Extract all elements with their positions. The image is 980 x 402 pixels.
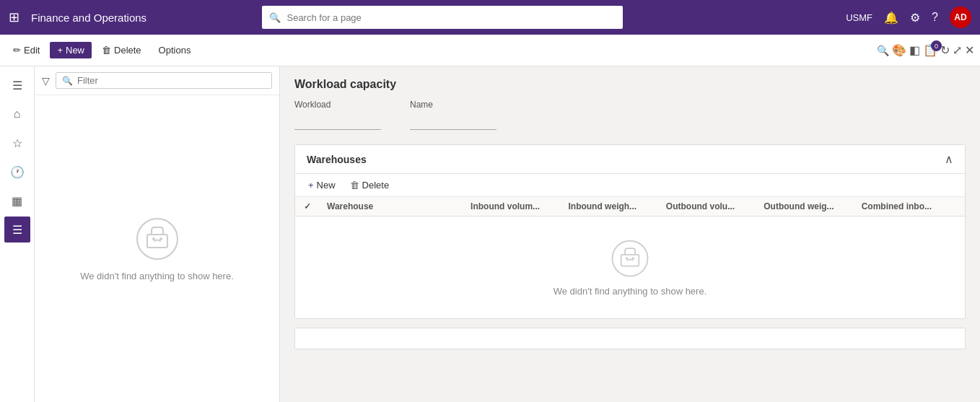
check-icon: ✓ — [304, 201, 311, 211]
left-panel-header: ▽ 🔍 — [35, 66, 279, 95]
sidebar-item-home[interactable]: ⌂ — [4, 101, 30, 127]
svg-point-6 — [626, 257, 629, 260]
company-code: USMF — [846, 12, 872, 23]
toolbar-search-icon[interactable]: 🔍 — [877, 45, 889, 56]
svg-rect-1 — [147, 235, 167, 248]
section-header: Warehouses ∧ — [295, 145, 965, 174]
sidebar-item-modules[interactable]: ☰ — [4, 217, 30, 242]
filter-search-icon: 🔍 — [62, 76, 73, 86]
notification-bell-icon[interactable]: 🔔 — [884, 11, 898, 25]
section-trash-icon: 🗑 — [350, 180, 359, 191]
warehouses-section: Warehouses ∧ + New 🗑 Delete ✓ — [294, 144, 966, 319]
sidebar-item-recent[interactable]: 🕐 — [4, 159, 30, 185]
app-title: Finance and Operations — [31, 12, 146, 24]
workload-label: Workload — [294, 100, 381, 110]
main-layout: ☰ ⌂ ☆ 🕐 ▦ ☰ ▽ 🔍 We didn't find anyt — [0, 66, 980, 402]
grid-header-row: ✓ Warehouse Inbound volum... Inbound wei… — [295, 197, 965, 217]
filter-input[interactable] — [77, 75, 266, 86]
col-inbound-weight[interactable]: Inbound weigh... — [565, 201, 662, 211]
avatar[interactable]: AD — [950, 6, 971, 28]
left-panel-list: We didn't find anything to show here. — [35, 95, 279, 402]
page-title: Workload capacity — [294, 78, 966, 91]
icon-bar: ☰ ⌂ ☆ 🕐 ▦ ☰ — [0, 66, 35, 402]
col-outbound-volume[interactable]: Outbound volu... — [663, 201, 761, 211]
toolbar-close-icon[interactable]: ✕ — [965, 43, 974, 57]
top-navigation: ⊞ Finance and Operations 🔍 USMF 🔔 ⚙ ? AD — [0, 0, 980, 35]
section-delete-button[interactable]: 🗑 Delete — [346, 178, 394, 192]
edit-icon: ✏ — [13, 45, 21, 56]
options-button[interactable]: Options — [152, 42, 198, 58]
col-combined-inbound[interactable]: Combined inbo... — [859, 201, 956, 211]
check-col-header: ✓ — [304, 201, 324, 211]
toolbar-notification-icon[interactable]: 📋 0 — [923, 43, 937, 57]
delete-button[interactable]: 🗑 Delete — [95, 42, 149, 58]
name-value[interactable] — [410, 113, 496, 130]
svg-rect-5 — [621, 255, 639, 266]
sidebar-item-workspaces[interactable]: ▦ — [4, 188, 30, 214]
svg-point-4 — [613, 241, 648, 276]
section-toolbar: + New 🗑 Delete — [295, 174, 965, 197]
empty-state-icon — [134, 216, 180, 262]
grid-empty-icon — [610, 238, 650, 279]
new-button[interactable]: + New — [50, 42, 92, 58]
action-toolbar: ✏ Edit + New 🗑 Delete Options 🔍 🎨 ◧ 📋 0 … — [0, 35, 980, 66]
empty-message: We didn't find anything to show here. — [80, 271, 234, 281]
grid-empty-state: We didn't find anything to show here. — [295, 217, 965, 318]
svg-point-7 — [632, 257, 635, 260]
toolbar-layers-icon[interactable]: ◧ — [909, 43, 920, 57]
plus-icon: + — [57, 45, 63, 56]
section-title: Warehouses — [307, 154, 367, 165]
svg-point-2 — [152, 237, 155, 240]
toolbar-palette-icon[interactable]: 🎨 — [892, 43, 906, 57]
name-label: Name — [410, 100, 496, 110]
right-content: Workload capacity Workload Name Warehous… — [280, 66, 980, 402]
top-nav-right: USMF 🔔 ⚙ ? AD — [846, 6, 971, 28]
svg-point-0 — [137, 219, 178, 259]
edit-button[interactable]: ✏ Edit — [6, 42, 47, 58]
workload-fields: Workload Name — [294, 100, 966, 130]
section-plus-icon: + — [308, 180, 314, 191]
grid-empty-message: We didn't find anything to show here. — [554, 286, 707, 297]
trash-icon: 🗑 — [102, 45, 111, 56]
sidebar-item-menu[interactable]: ☰ — [4, 72, 30, 98]
col-outbound-weight[interactable]: Outbound weig... — [761, 201, 858, 211]
notification-count-badge: 0 — [931, 40, 942, 51]
section-collapse-button[interactable]: ∧ — [945, 152, 953, 166]
warehouses-grid: ✓ Warehouse Inbound volum... Inbound wei… — [295, 197, 965, 318]
workload-value[interactable] — [294, 113, 381, 130]
search-input[interactable] — [286, 12, 616, 23]
help-icon[interactable]: ? — [932, 11, 938, 24]
search-bar[interactable]: 🔍 — [262, 6, 623, 29]
filter-input-wrap[interactable]: 🔍 — [56, 72, 272, 89]
name-field-group: Name — [410, 100, 496, 130]
left-panel: ▽ 🔍 We didn't find anything to show here… — [35, 66, 280, 402]
workload-field-group: Workload — [294, 100, 381, 130]
toolbar-expand-icon[interactable]: ⤢ — [953, 43, 962, 57]
search-icon: 🔍 — [269, 12, 281, 23]
svg-point-3 — [159, 237, 162, 240]
grid-icon[interactable]: ⊞ — [9, 9, 19, 25]
settings-icon[interactable]: ⚙ — [910, 11, 920, 25]
filter-funnel-icon[interactable]: ▽ — [42, 75, 50, 87]
bottom-section — [294, 328, 966, 349]
section-new-button[interactable]: + New — [304, 178, 340, 192]
sidebar-item-favorites[interactable]: ☆ — [4, 130, 30, 156]
col-warehouse[interactable]: Warehouse — [324, 201, 468, 211]
col-inbound-volume[interactable]: Inbound volum... — [468, 201, 565, 211]
